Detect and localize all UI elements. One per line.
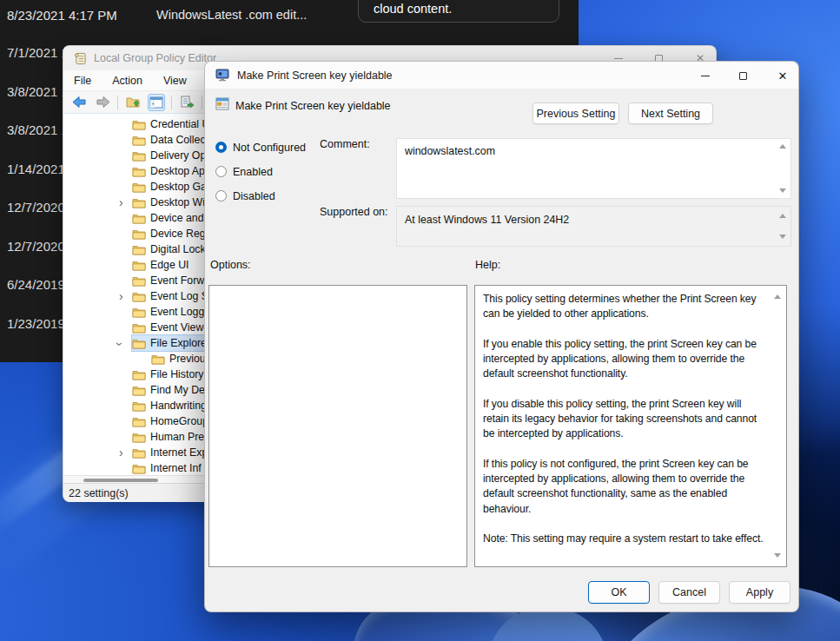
comment-value: windowslatest.com [405,145,495,157]
folder-icon [132,166,147,177]
tree-item-label: Human Pre [150,431,204,443]
radio-label: Not Configured [233,142,306,154]
folder-icon [151,354,166,365]
up-folder-icon[interactable] [124,94,142,111]
explorer-top-background: 8/23/2021 4:17 PM WindowsLatest .com edi… [0,0,579,45]
tree-item-label: Desktop Wi [150,196,205,208]
console-tree-icon[interactable] [148,94,165,111]
radio-icon [215,166,227,177]
tree-item-label: Data Collec [150,134,206,146]
expand-arrow-icon[interactable] [119,196,132,208]
radio-icon [215,142,227,153]
toolbar-separator [171,96,172,109]
file-name[interactable]: WindowsLatest .com edit... [156,8,307,22]
status-text: 22 setting(s) [69,487,129,499]
export-list-icon[interactable] [178,94,195,111]
folder-icon [132,213,147,224]
folder-icon [132,447,147,459]
tree-item-label: Internet Exp [150,446,208,459]
comment-label: Comment: [320,138,370,150]
scrollbar-thumb[interactable] [83,479,158,482]
folder-icon [132,275,147,287]
ok-button[interactable]: OK [588,581,650,604]
menu-item[interactable]: Action [112,75,142,87]
folder-icon [132,228,147,240]
radio-option[interactable]: Enabled [215,165,306,178]
scroll-up-icon[interactable] [774,294,781,299]
folder-icon [132,385,147,396]
help-paragraph: This policy setting determines whether t… [483,292,767,322]
radio-label: Enabled [233,166,273,178]
tree-item-label: Event Loggi [150,306,207,318]
previous-setting-button[interactable]: Previous Setting [532,102,619,124]
supported-on-value: At least Windows 11 Version 24H2 [405,214,569,226]
folder-icon [132,291,147,302]
scroll-down-icon[interactable] [774,553,781,558]
tree-item-label: Desktop Ap [150,165,205,177]
folder-icon [132,244,147,255]
radio-icon [215,190,227,202]
state-radio-group: Not Configured Enabled Disabled [215,141,306,202]
scroll-down-icon[interactable] [779,235,786,239]
back-icon[interactable] [70,94,88,111]
tree-item-label: Edge UI [150,259,189,271]
menu-item[interactable]: View [163,75,187,87]
tree-item-label: Event Viewe [150,321,209,334]
gpe-window-title: Local Group Policy Editor [94,52,216,64]
expand-arrow-icon[interactable] [119,446,132,459]
expand-arrow-icon[interactable] [119,337,132,349]
help-paragraph: Note: This setting may require a system … [483,532,767,546]
tooltip-text: cloud content. [374,2,452,16]
folder-icon [132,119,147,130]
policy-setting-icon [215,97,229,114]
maximize-icon[interactable] [725,62,760,89]
forward-icon[interactable] [94,94,111,111]
minimize-icon[interactable] [688,62,723,89]
options-label: Options: [210,259,251,271]
folder-icon [132,463,147,474]
toolbar-separator [117,96,118,109]
tree-item-label: File History [150,368,204,380]
tree-item-label: Desktop Ga [150,181,207,193]
folder-icon [132,197,147,208]
radio-option[interactable]: Not Configured [215,141,306,154]
folder-icon [132,432,147,443]
policy-heading-row: Make Print Screen key yieldable [215,97,391,114]
scroll-up-icon[interactable] [779,144,786,149]
menu-item[interactable]: File [74,75,91,87]
dialog-title: Make Print Screen key yieldable [237,69,393,82]
folder-icon [132,400,147,412]
tree-item-label: Device and [150,212,204,224]
help-paragraph: If this policy is not configured, the pr… [483,457,767,517]
tree-item-label: Delivery Op [150,149,206,162]
tree-item-label: Credential U [150,118,209,130]
help-panel[interactable]: This policy setting determines whether t… [474,285,787,567]
close-icon[interactable] [765,62,800,89]
folder-icon [132,135,147,146]
folder-icon [132,369,147,380]
tree-item-label: Find My De [150,384,205,396]
comment-input[interactable]: windowslatest.com [396,138,791,199]
tree-item-label: Event Forwa [150,274,210,287]
folder-icon [132,182,147,193]
file-modified-date[interactable]: 8/23/2021 4:17 PM [7,8,117,23]
gpe-app-icon [74,52,87,65]
scroll-up-icon[interactable] [779,214,786,218]
cancel-button[interactable]: Cancel [658,581,720,604]
apply-button[interactable]: Apply [729,581,790,604]
policy-dialog: Make Print Screen key yieldable Make Pri… [204,61,799,612]
next-setting-button[interactable]: Next Setting [628,102,713,124]
tree-item-label: Device Regi [150,228,208,240]
tree-item-label: File Explorer [150,337,210,349]
scroll-down-icon[interactable] [779,188,786,193]
tree-item-label: Digital Lock [150,243,206,255]
help-paragraph: If you disable this policy setting, the … [483,397,767,442]
dialog-titlebar[interactable]: Make Print Screen key yieldable [205,62,798,89]
tooltip: cloud content. [358,0,559,23]
help-paragraph: If you enable this policy setting, the p… [483,337,767,382]
expand-arrow-icon[interactable] [119,290,132,302]
radio-option[interactable]: Disabled [215,189,306,202]
tree-item-label: Internet Inf [150,462,202,474]
help-label: Help: [475,259,500,271]
tree-item-label: HomeGroup [150,415,208,427]
